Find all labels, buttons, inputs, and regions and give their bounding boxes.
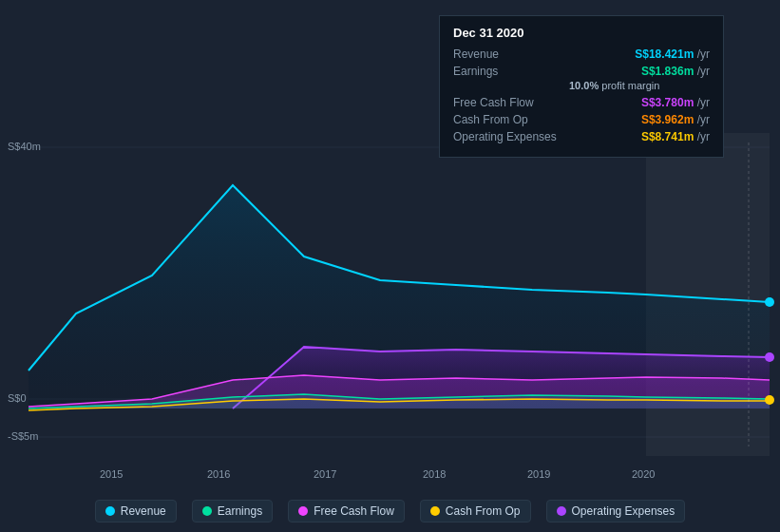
legend-label-fcf: Free Cash Flow <box>314 504 394 518</box>
tooltip-title: Dec 31 2020 <box>453 26 710 40</box>
y-label-zero: S$0 <box>8 392 27 404</box>
svg-point-7 <box>765 352 774 362</box>
tooltip-row-cashfromop: Cash From Op S$3.962m /yr <box>453 113 710 126</box>
tooltip-value-fcf: S$3.780m /yr <box>641 96 710 109</box>
tooltip-value-revenue: S$18.421m /yr <box>635 48 710 61</box>
tooltip-label-revenue: Revenue <box>453 48 567 61</box>
legend-cashfromop[interactable]: Cash From Op <box>420 500 531 522</box>
legend-label-cashfromop: Cash From Op <box>446 504 521 518</box>
tooltip-profit-margin: 10.0% profit margin <box>453 80 710 91</box>
svg-point-6 <box>765 297 774 307</box>
tooltip-row-revenue: Revenue S$18.421m /yr <box>453 48 710 61</box>
tooltip-label-cashfromop: Cash From Op <box>453 113 567 126</box>
tooltip-label-opexp: Operating Expenses <box>453 130 567 143</box>
legend-earnings[interactable]: Earnings <box>192 500 273 522</box>
chart-container: S$40m S$0 -S$5m 2015 2016 2017 2018 2019… <box>0 0 780 532</box>
chart-legend: Revenue Earnings Free Cash Flow Cash Fro… <box>0 500 780 522</box>
x-label-2016: 2016 <box>207 468 230 480</box>
y-label-top: S$40m <box>8 141 41 152</box>
tooltip-value-cashfromop: S$3.962m /yr <box>641 113 710 126</box>
legend-opexp[interactable]: Operating Expenses <box>546 500 686 522</box>
tooltip-label-fcf: Free Cash Flow <box>453 96 567 109</box>
legend-dot-opexp <box>557 506 566 516</box>
legend-dot-earnings <box>202 506 212 516</box>
x-label-2015: 2015 <box>100 468 123 480</box>
tooltip-box: Dec 31 2020 Revenue S$18.421m /yr Earnin… <box>439 15 724 158</box>
legend-revenue[interactable]: Revenue <box>95 500 177 522</box>
x-label-2017: 2017 <box>314 468 336 480</box>
tooltip-value-opexp: S$8.741m /yr <box>641 130 710 143</box>
x-label-2020: 2020 <box>632 468 655 480</box>
legend-label-revenue: Revenue <box>121 504 166 518</box>
tooltip-row-earnings: Earnings S$1.836m /yr <box>453 65 710 78</box>
legend-dot-fcf <box>298 506 308 516</box>
legend-dot-cashfromop <box>430 506 440 516</box>
y-label-bottom: -S$5m <box>8 430 38 442</box>
tooltip-value-earnings: S$1.836m /yr <box>641 65 710 78</box>
legend-dot-revenue <box>105 506 115 516</box>
tooltip-row-opexp: Operating Expenses S$8.741m /yr <box>453 130 710 143</box>
x-label-2018: 2018 <box>423 468 446 480</box>
legend-label-earnings: Earnings <box>218 504 262 518</box>
svg-point-8 <box>765 395 774 405</box>
x-label-2019: 2019 <box>527 468 550 480</box>
tooltip-label-earnings: Earnings <box>453 65 567 78</box>
legend-label-opexp: Operating Expenses <box>572 504 675 518</box>
legend-fcf[interactable]: Free Cash Flow <box>288 500 405 522</box>
tooltip-row-fcf: Free Cash Flow S$3.780m /yr <box>453 96 710 109</box>
